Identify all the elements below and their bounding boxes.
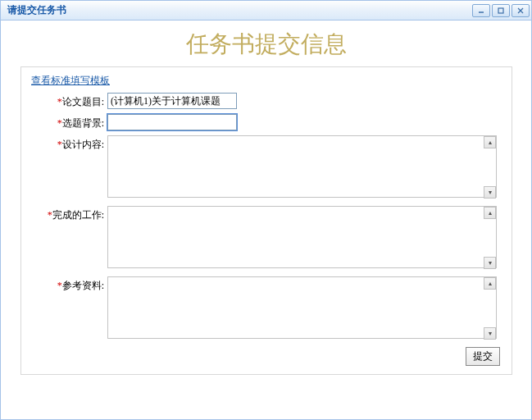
textarea-work[interactable] [107,206,497,268]
minimize-button[interactable] [472,4,490,17]
input-background[interactable] [107,114,237,130]
textarea-design[interactable] [107,135,497,198]
row-work: *完成的工作: ▴ ▾ [30,206,503,272]
scroll-down-icon[interactable]: ▾ [484,257,496,269]
label-background: *选题背景: [30,114,107,130]
label-work: *完成的工作: [30,206,107,222]
scroll-up-icon[interactable]: ▴ [484,207,496,219]
maximize-icon [498,7,504,14]
minimize-icon [478,7,484,14]
scroll-down-icon[interactable]: ▾ [484,186,496,199]
row-background: *选题背景: [30,114,503,130]
textarea-wrap-design: ▴ ▾ [107,135,497,201]
label-thesis-title: *论文题目: [30,93,107,109]
label-design: *设计内容: [30,135,107,152]
close-button[interactable] [512,4,530,17]
input-thesis-title[interactable] [107,93,237,109]
svg-rect-1 [498,8,503,13]
titlebar: 请提交任务书 [1,1,531,21]
row-thesis-title: *论文题目: [30,93,503,109]
page-title: 任务书提交信息 [1,29,531,60]
window-frame: 请提交任务书 任务书提交信息 查看标准填写模板 *论文题目: *选题背景: *设… [0,0,532,420]
submit-row: 提交 [30,347,503,366]
maximize-button[interactable] [492,4,510,17]
label-references: *参考资料: [30,276,107,293]
textarea-wrap-work: ▴ ▾ [107,206,497,272]
scroll-up-icon[interactable]: ▴ [484,277,496,290]
scroll-up-icon[interactable]: ▴ [484,136,496,148]
textarea-wrap-references: ▴ ▾ [107,276,497,342]
template-link[interactable]: 查看标准填写模板 [31,74,503,88]
form-panel: 查看标准填写模板 *论文题目: *选题背景: *设计内容: ▴ ▾ *完成的工作… [20,66,512,375]
close-icon [517,7,524,14]
window-controls [472,4,530,17]
window-title: 请提交任务书 [7,3,66,17]
row-references: *参考资料: ▴ ▾ [30,276,503,342]
row-design: *设计内容: ▴ ▾ [30,135,503,201]
textarea-references[interactable] [107,276,497,339]
scroll-down-icon[interactable]: ▾ [484,327,496,340]
submit-button[interactable]: 提交 [466,347,500,366]
